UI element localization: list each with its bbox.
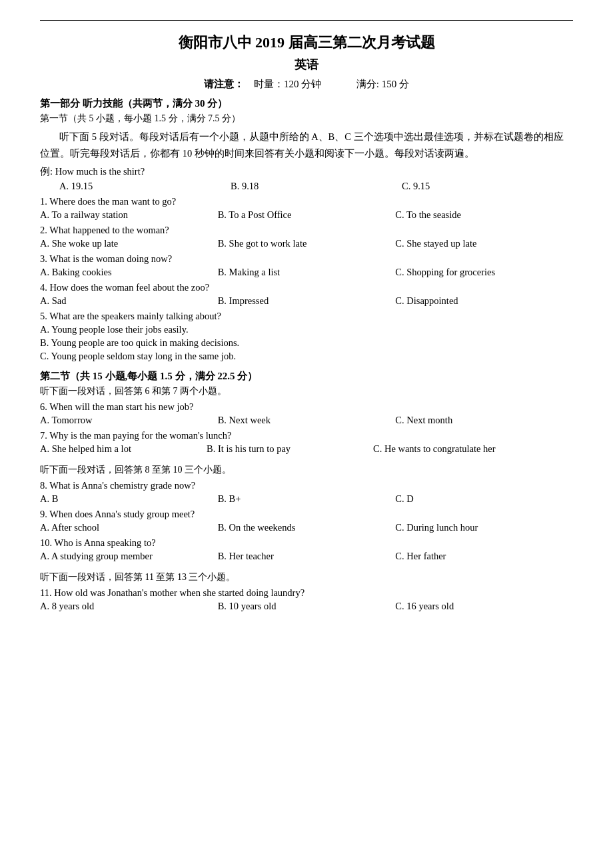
q2-option-a: A. She woke up late (40, 238, 218, 249)
q3-option-c: C. Shopping for groceries (395, 267, 573, 278)
question-6: 6. When will the man start his new job? (40, 401, 573, 413)
q10-option-b: B. Her teacher (218, 551, 396, 562)
q7-option-a: A. She helped him a lot (40, 443, 207, 455)
q9-option-a: A. After school (40, 522, 218, 533)
question-5: 5. What are the speakers mainly talking … (40, 311, 573, 322)
q10-options: A. A studying group member B. Her teache… (40, 551, 573, 562)
q4-options: A. Sad B. Impressed C. Disappointed (40, 295, 573, 307)
section2-label: 第二节（共 15 小题,每小题 1.5 分，满分 22.5 分） (40, 370, 573, 383)
q11-option-b: B. 10 years old (218, 601, 396, 612)
q7-option-c: C. He wants to congratulate her (373, 443, 573, 455)
q11-option-a: A. 8 years old (40, 601, 218, 612)
question-3: 3. What is the woman doing now? (40, 253, 573, 265)
q1-option-b: B. To a Post Office (218, 209, 396, 221)
section1-label: 第一节（共 5 小题，每小题 1.5 分，满分 7.5 分） (40, 113, 573, 125)
part1-header: 第一部分 听力技能（共两节，满分 30 分） (40, 97, 573, 110)
q1-option-c: C. To the seaside (395, 209, 573, 221)
question-9: 9. When does Anna's study group meet? (40, 509, 573, 520)
q8-option-c: C. D (395, 493, 573, 505)
q1-option-a: A. To a railway station (40, 209, 218, 221)
q8-option-a: A. B (40, 493, 218, 505)
top-divider (40, 20, 573, 21)
example-options-row: A. 19.15 B. 9.18 C. 9.15 (40, 181, 573, 192)
score-label: 满分: 150 分 (356, 79, 409, 89)
sub-title: 英语 (40, 57, 573, 73)
section2-instruction3: 听下面一段对话，回答第 11 至第 13 三个小题。 (40, 571, 573, 583)
q9-option-b: B. On the weekends (218, 522, 396, 533)
q6-option-b: B. Next week (218, 415, 396, 426)
main-title: 衡阳市八中 2019 届高三第二次月考试题 (40, 33, 573, 53)
section2-instruction2: 听下面一段对话，回答第 8 至第 10 三个小题。 (40, 464, 573, 476)
q2-option-b: B. She got to work late (218, 238, 396, 249)
q3-option-b: B. Making a list (218, 267, 396, 278)
q5-option-c: C. Young people seldom stay long in the … (40, 351, 573, 362)
example-question: 例: How much is the shirt? (40, 165, 573, 178)
notice-line: 请注意： 时量：120 分钟 满分: 150 分 (40, 78, 573, 91)
section1-instruction: 听下面 5 段对话。每段对话后有一个小题，从题中所给的 A、B、C 三个选项中选… (40, 129, 573, 161)
question-2: 2. What happened to the woman? (40, 225, 573, 236)
q11-options: A. 8 years old B. 10 years old C. 16 yea… (40, 601, 573, 612)
q3-options: A. Baking cookies B. Making a list C. Sh… (40, 267, 573, 278)
q9-options: A. After school B. On the weekends C. Du… (40, 522, 573, 533)
q2-option-c: C. She stayed up late (395, 238, 573, 249)
example-option-c: C. 9.15 (402, 181, 573, 192)
q8-option-b: B. B+ (218, 493, 396, 505)
example-option-a: A. 19.15 (40, 181, 231, 192)
time-label: 时量：120 分钟 (254, 79, 321, 89)
q7-option-b: B. It is his turn to pay (207, 443, 373, 455)
q9-option-c: C. During lunch hour (395, 522, 573, 533)
q6-option-a: A. Tomorrow (40, 415, 218, 426)
q6-option-c: C. Next month (395, 415, 573, 426)
q6-options: A. Tomorrow B. Next week C. Next month (40, 415, 573, 426)
q10-option-a: A. A studying group member (40, 551, 218, 562)
q3-option-a: A. Baking cookies (40, 267, 218, 278)
q7-options: A. She helped him a lot B. It is his tur… (40, 443, 573, 455)
question-8: 8. What is Anna's chemistry grade now? (40, 480, 573, 491)
question-11: 11. How old was Jonathan's mother when s… (40, 587, 573, 599)
section2-instruction1: 听下面一段对话，回答第 6 和第 7 两个小题。 (40, 385, 573, 397)
q1-options: A. To a railway station B. To a Post Off… (40, 209, 573, 221)
q10-option-c: C. Her father (395, 551, 573, 562)
question-4: 4. How does the woman feel about the zoo… (40, 282, 573, 293)
question-7: 7. Why is the man paying for the woman's… (40, 430, 573, 441)
example-option-b: B. 9.18 (231, 181, 402, 192)
q4-option-b: B. Impressed (218, 295, 396, 307)
q5-option-a: A. Young people lose their jobs easily. (40, 324, 573, 335)
question-10: 10. Who is Anna speaking to? (40, 537, 573, 549)
q2-options: A. She woke up late B. She got to work l… (40, 238, 573, 249)
notice-label: 请注意： (204, 79, 244, 89)
q4-option-a: A. Sad (40, 295, 218, 307)
q11-option-c: C. 16 years old (395, 601, 573, 612)
q8-options: A. B B. B+ C. D (40, 493, 573, 505)
question-1: 1. Where does the man want to go? (40, 196, 573, 207)
q4-option-c: C. Disappointed (395, 295, 573, 307)
q5-option-b: B. Young people are too quick in making … (40, 337, 573, 349)
